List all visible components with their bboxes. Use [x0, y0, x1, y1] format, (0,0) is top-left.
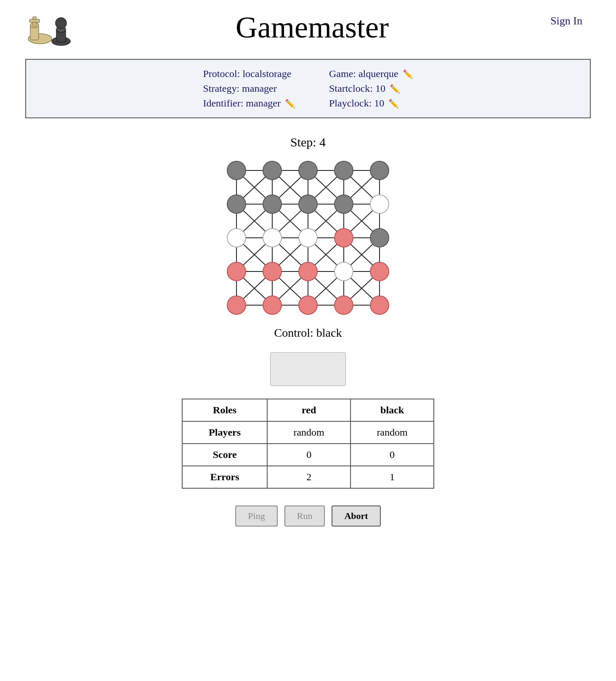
playclock-value: 10 [374, 98, 384, 109]
startclock-label: Startclock: [329, 83, 373, 94]
startclock-edit-icon[interactable]: ✏️ [390, 84, 400, 94]
signin-link[interactable]: Sign In [550, 15, 582, 27]
svg-point-60 [370, 195, 389, 213]
svg-point-70 [370, 262, 389, 281]
svg-point-72 [263, 296, 281, 314]
svg-point-63 [299, 229, 317, 247]
game-value: alquerque [358, 68, 398, 79]
svg-point-68 [299, 262, 317, 281]
svg-point-67 [263, 262, 281, 281]
info-col-left: Protocol: localstorage Strategy: manager… [203, 68, 295, 109]
table-cell: random [350, 421, 434, 444]
svg-point-64 [335, 229, 353, 247]
action-area [0, 352, 616, 386]
identifier-value: manager [246, 98, 281, 109]
game-label: Game: [329, 68, 356, 79]
playclock-item: Playclock: 10 ✏️ [329, 98, 413, 109]
table-row: Playersrandomrandom [182, 421, 434, 444]
col-red: red [267, 399, 350, 421]
svg-point-75 [370, 296, 389, 314]
strategy-label: Strategy: [203, 83, 239, 94]
logo [17, 8, 84, 46]
svg-point-54 [335, 161, 353, 180]
header: Gamemaster Sign In [0, 0, 616, 51]
strategy-value: manager [242, 83, 277, 94]
protocol-value: localstorage [242, 68, 291, 79]
table-cell: 0 [267, 444, 350, 466]
game-edit-icon[interactable]: ✏️ [403, 69, 413, 79]
board-container [0, 154, 616, 322]
svg-point-65 [370, 229, 389, 247]
svg-point-52 [263, 161, 281, 180]
info-box: Protocol: localstorage Strategy: manager… [25, 59, 591, 118]
svg-point-59 [335, 195, 353, 213]
button-row: Ping Run Abort [0, 505, 616, 527]
col-black: black [350, 399, 434, 421]
abort-button[interactable]: Abort [332, 505, 380, 527]
svg-point-51 [227, 161, 246, 180]
svg-point-58 [299, 195, 317, 213]
game-board[interactable] [220, 154, 396, 322]
table-cell: Errors [182, 466, 267, 488]
table-row: Errors21 [182, 466, 434, 488]
playclock-label: Playclock: [329, 98, 372, 109]
svg-point-53 [299, 161, 317, 180]
table-cell: 2 [267, 466, 350, 488]
startclock-item: Startclock: 10 ✏️ [329, 83, 413, 94]
action-box [270, 352, 346, 386]
svg-point-55 [370, 161, 389, 180]
svg-rect-4 [29, 19, 40, 22]
svg-point-73 [299, 296, 317, 314]
app-title: Gamemaster [93, 10, 532, 45]
table-cell: Players [182, 421, 267, 444]
control-label: Control: black [0, 326, 616, 340]
step-label: Step: 4 [0, 135, 616, 149]
table-row: Score00 [182, 444, 434, 466]
svg-point-8 [56, 18, 66, 29]
svg-point-74 [335, 296, 353, 314]
ping-button[interactable]: Ping [235, 505, 277, 527]
table-cell: 0 [350, 444, 434, 466]
protocol-item: Protocol: localstorage [203, 68, 295, 80]
playclock-edit-icon[interactable]: ✏️ [388, 98, 399, 109]
protocol-label: Protocol: [203, 68, 240, 79]
svg-point-57 [263, 195, 281, 213]
table-cell: 1 [350, 466, 434, 488]
run-button[interactable]: Run [284, 505, 325, 527]
identifier-item: Identifier: manager ✏️ [203, 98, 295, 109]
identifier-label: Identifier: [203, 98, 243, 109]
svg-point-56 [227, 195, 246, 213]
svg-point-61 [227, 229, 246, 247]
svg-point-71 [227, 296, 246, 314]
col-roles: Roles [182, 399, 267, 421]
table-cell: Score [182, 444, 267, 466]
game-item: Game: alquerque ✏️ [329, 68, 413, 80]
strategy-item: Strategy: manager [203, 83, 295, 94]
startclock-value: 10 [375, 83, 385, 94]
info-col-right: Game: alquerque ✏️ Startclock: 10 ✏️ Pla… [329, 68, 413, 109]
game-table: Roles red black PlayersrandomrandomScore… [182, 399, 434, 489]
svg-point-66 [227, 262, 246, 281]
svg-point-62 [263, 229, 281, 247]
table-cell: random [267, 421, 350, 444]
svg-point-69 [335, 262, 353, 281]
identifier-edit-icon[interactable]: ✏️ [285, 98, 295, 109]
